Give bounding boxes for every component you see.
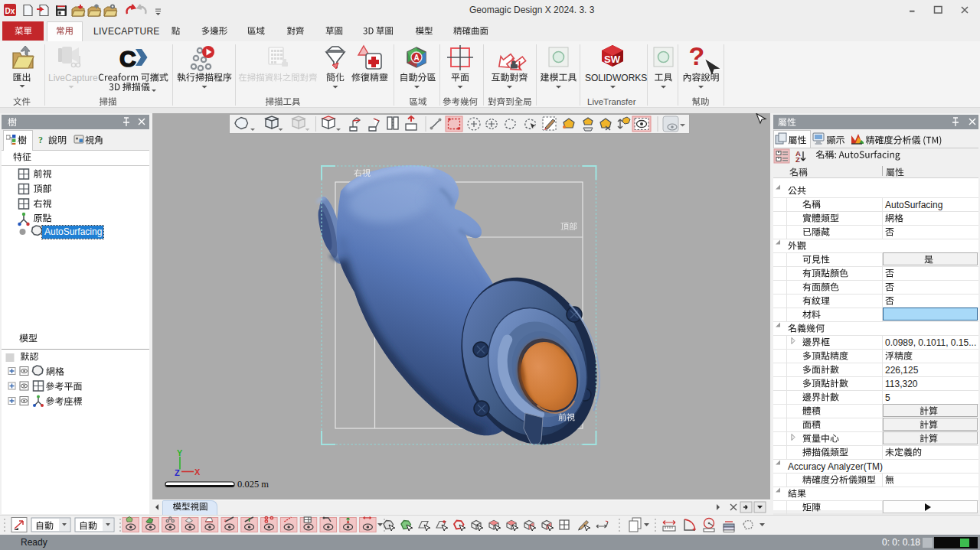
svg-text:A: A [413, 54, 419, 62]
svg-text:Z: Z [795, 155, 800, 164]
svg-text:0.025 m: 0.025 m [237, 479, 269, 490]
svg-text:?: ? [689, 41, 705, 70]
svg-text:Z: Z [175, 468, 180, 477]
svg-text:C: C [119, 46, 136, 71]
svg-text:SW: SW [604, 54, 621, 65]
svg-text:X: X [194, 467, 201, 477]
svg-text:Dx: Dx [5, 7, 15, 15]
svg-text:Y: Y [177, 448, 183, 457]
svg-text:?: ? [38, 135, 43, 145]
